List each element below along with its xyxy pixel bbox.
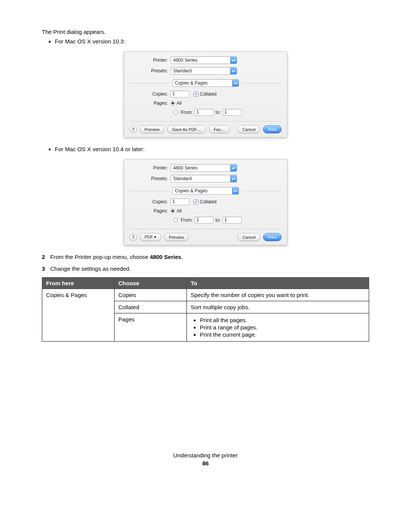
bullet-104: For Mac OS X version 10.4 or later: xyxy=(55,146,369,152)
pages-all-radio[interactable] xyxy=(170,209,175,213)
step-2-text: From the Printer pop-up menu, choose 480… xyxy=(50,254,183,260)
footer-section: Understanding the printer xyxy=(42,452,369,459)
preview-button[interactable]: Preview xyxy=(140,125,164,133)
pages-all-radio[interactable] xyxy=(170,101,175,105)
step-number: 3 xyxy=(42,265,50,272)
collated-label: Collated xyxy=(200,91,217,97)
pages-from-radio[interactable] xyxy=(174,218,178,222)
settings-table: From here Choose To Copies & Pages Copie… xyxy=(42,277,369,342)
help-button[interactable]: ? xyxy=(129,126,137,133)
th-from-here: From here xyxy=(42,278,115,289)
presets-label: Presets: xyxy=(129,176,170,181)
printer-label: Printer: xyxy=(129,58,170,63)
step-3-text: Change the settings as needed. xyxy=(50,265,131,272)
section-select-value: Copies & Pages xyxy=(175,80,208,86)
chevron-updown-icon: ▴▾ xyxy=(230,165,237,171)
from-label: From: xyxy=(181,110,193,115)
from-input[interactable]: 1 xyxy=(194,217,213,224)
page-number: 86 xyxy=(42,460,369,466)
chevron-updown-icon: ▴▾ xyxy=(230,67,237,74)
pages-from-radio[interactable] xyxy=(174,110,178,115)
collated-checkbox[interactable]: ✓ xyxy=(193,200,198,204)
pages-label: Pages: xyxy=(141,101,170,106)
collated-checkbox[interactable]: ✓ xyxy=(193,92,198,97)
printer-select[interactable]: 4800 Series ▴▾ xyxy=(170,56,237,64)
chevron-updown-icon: ▴▾ xyxy=(230,175,237,182)
collated-label: Collated xyxy=(200,199,217,204)
cell-to: Print all the pages. Print a range of pa… xyxy=(187,313,369,342)
from-input[interactable]: 1 xyxy=(194,109,213,116)
th-to: To xyxy=(187,278,369,289)
pages-bullet: Print a range of pages. xyxy=(200,324,365,331)
to-input[interactable]: 1 xyxy=(223,217,242,224)
section-select-value: Copies & Pages xyxy=(175,188,208,193)
presets-select[interactable]: Standard ▴▾ xyxy=(170,67,237,75)
copies-input[interactable]: 1 xyxy=(170,198,190,205)
pdf-menu-button[interactable]: PDF ▾ xyxy=(140,233,161,241)
printer-select-value: 4800 Series xyxy=(173,165,198,171)
preview-button[interactable]: Preview xyxy=(164,233,189,241)
to-label: to: xyxy=(215,110,220,115)
intro-text: The Print dialog appears. xyxy=(42,29,369,35)
printer-label: Printer: xyxy=(129,165,170,171)
chevron-updown-icon: ▴▾ xyxy=(232,80,239,86)
section-select[interactable]: Copies & Pages ▴▾ xyxy=(172,187,239,195)
print-button[interactable]: Print xyxy=(263,233,282,241)
cell-choose: Pages xyxy=(115,313,187,342)
from-label: From: xyxy=(181,217,193,223)
section-select[interactable]: Copies & Pages ▴▾ xyxy=(172,79,239,87)
presets-select-value: Standard xyxy=(173,68,192,73)
pages-label: Pages: xyxy=(141,208,170,214)
copies-label: Copies: xyxy=(141,199,170,204)
presets-select-value: Standard xyxy=(173,176,192,181)
presets-select[interactable]: Standard ▴▾ xyxy=(170,175,237,182)
pages-bullet: Print the current page. xyxy=(200,331,365,338)
fax-button[interactable]: Fax… xyxy=(209,125,230,133)
printer-select-value: 4800 Series xyxy=(173,58,198,63)
cancel-button[interactable]: Cancel xyxy=(237,233,260,241)
print-dialog-103: Printer: 4800 Series ▴▾ Presets: Standar… xyxy=(124,51,287,137)
save-as-pdf-button[interactable]: Save As PDF… xyxy=(167,125,206,133)
copies-input[interactable]: 1 xyxy=(170,91,190,97)
copies-label: Copies: xyxy=(141,91,170,97)
step-number: 2 xyxy=(42,254,50,260)
presets-label: Presets: xyxy=(129,68,170,73)
pages-all-label: All xyxy=(177,208,182,214)
help-button[interactable]: ? xyxy=(129,233,137,241)
bullet-103: For Mac OS X version 10.3: xyxy=(55,38,369,45)
pages-all-label: All xyxy=(177,101,182,106)
cell-from-here: Copies & Pages xyxy=(42,289,115,342)
chevron-updown-icon: ▴▾ xyxy=(232,187,239,194)
pages-bullet: Print all the pages. xyxy=(200,317,365,323)
cell-choose: Copies xyxy=(115,289,187,301)
to-label: to: xyxy=(215,217,220,223)
cell-to: Sort multiple copy jobs. xyxy=(187,301,369,313)
printer-select[interactable]: 4800 Series ▴▾ xyxy=(170,164,237,172)
print-dialog-104: Printer: 4800 Series ▴▾ Presets: Standar… xyxy=(124,159,287,245)
print-button[interactable]: Print xyxy=(263,125,282,133)
cell-to: Specify the number of copies you want to… xyxy=(187,289,369,301)
cancel-button[interactable]: Cancel xyxy=(237,125,260,133)
to-input[interactable]: 1 xyxy=(223,109,242,116)
cell-choose: Collated xyxy=(115,301,187,313)
th-choose: Choose xyxy=(115,278,187,289)
chevron-updown-icon: ▴▾ xyxy=(230,57,237,64)
